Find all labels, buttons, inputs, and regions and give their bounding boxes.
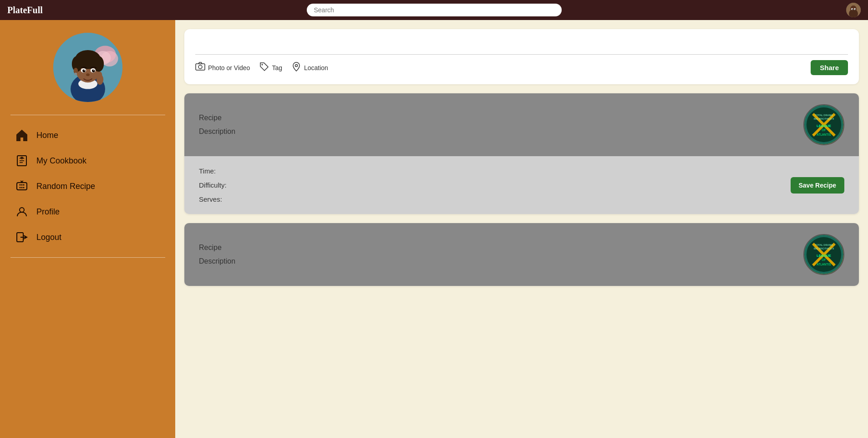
profile-illustration (53, 31, 122, 104)
svg-text:OF: OF (822, 258, 826, 261)
tag-action[interactable]: Tag (259, 61, 282, 74)
svg-text:LEAGUE: LEAGUE (817, 254, 831, 258)
sidebar-top-divider (10, 115, 165, 115)
tag-label: Tag (272, 64, 282, 71)
tag-icon (259, 61, 269, 74)
camera-icon (195, 61, 205, 74)
svg-point-5 (852, 9, 853, 10)
svg-point-30 (20, 157, 23, 159)
location-action[interactable]: Location (291, 61, 328, 74)
sidebar-cookbook-label: My Cookbook (36, 156, 86, 166)
recipe-card-2-description-label: Description (199, 257, 235, 265)
svg-point-25 (93, 70, 94, 71)
svg-point-28 (97, 72, 102, 79)
top-nav: PlateFull (0, 0, 868, 20)
recipe-card-2-top: Recipe Description LEAGUE OF ATLANTIS TO… (184, 223, 859, 286)
share-button[interactable]: Share (811, 60, 848, 75)
composer-text-input[interactable] (195, 38, 848, 46)
photo-video-action[interactable]: Photo or Video (195, 61, 250, 74)
svg-point-37 (23, 187, 25, 188)
sidebar-home-label: Home (36, 131, 58, 140)
recipe-card-2: Recipe Description LEAGUE OF ATLANTIS TO… (184, 223, 859, 286)
svg-text:BIG BROTHER 8: BIG BROTHER 8 (814, 247, 834, 250)
svg-text:LEAGUE: LEAGUE (817, 124, 831, 128)
avatar-icon (846, 3, 861, 17)
nav-avatar[interactable] (846, 3, 861, 17)
location-icon (291, 61, 301, 74)
composer-actions: Photo or Video Tag (195, 60, 848, 75)
svg-point-33 (21, 184, 23, 186)
svg-point-42 (262, 64, 263, 66)
svg-point-24 (84, 70, 85, 71)
save-recipe-button-1[interactable]: Save Recipe (791, 177, 845, 194)
recipe-card-1-time: Time: (199, 167, 227, 175)
recipe-badge-2: LEAGUE OF ATLANTIS TOTAL DRAMA BIG BROTH… (804, 234, 843, 275)
sidebar-item-logout[interactable]: Logout (11, 224, 164, 250)
svg-text:TOTAL DRAMA: TOTAL DRAMA (815, 244, 833, 246)
location-label: Location (304, 64, 328, 71)
svg-point-17 (76, 51, 100, 65)
svg-text:ATLANTIS: ATLANTIS (817, 263, 831, 266)
sidebar-random-label: Random Recipe (36, 182, 95, 191)
recipe-card-1-serves: Serves: (199, 195, 227, 203)
nav-avatar-image (846, 3, 861, 17)
recipe-card-1-recipe-label: Recipe (199, 114, 235, 122)
recipe-card-1-details: Time: Difficulty: Serves: (199, 167, 227, 203)
recipe-card-1-description-label: Description (199, 127, 235, 136)
logout-icon (15, 230, 29, 244)
recipe-card-1-top: Recipe Description LEAGUE OF ATLANTIS TO… (184, 93, 859, 156)
main-layout: Home My Cookbook (0, 20, 868, 438)
sidebar: Home My Cookbook (0, 20, 175, 438)
sidebar-item-home[interactable]: Home (11, 122, 164, 148)
sidebar-item-random[interactable]: Random Recipe (11, 173, 164, 199)
photo-video-label: Photo or Video (208, 64, 250, 71)
svg-text:BIG BROTHER 8: BIG BROTHER 8 (814, 117, 834, 120)
sidebar-profile-label: Profile (36, 207, 60, 217)
home-icon (15, 128, 29, 143)
svg-text:TOTAL DRAMA: TOTAL DRAMA (815, 114, 833, 117)
svg-rect-40 (196, 64, 205, 70)
recipe-badge-1: LEAGUE OF ATLANTIS TOTAL DRAMA BIG BROTH… (804, 104, 843, 145)
recipe-card-1-info: Recipe Description (199, 114, 235, 136)
post-composer: Photo or Video Tag (184, 29, 859, 84)
svg-point-19 (74, 72, 77, 75)
cookbook-icon (15, 153, 29, 168)
profile-icon (15, 204, 29, 219)
recipe-card-2-image: LEAGUE OF ATLANTIS TOTAL DRAMA BIG BROTH… (803, 234, 844, 275)
svg-rect-31 (17, 183, 27, 190)
sidebar-logout-label: Logout (36, 233, 61, 242)
svg-point-43 (295, 65, 297, 67)
sidebar-avatar (51, 31, 124, 104)
svg-text:ATLANTIS: ATLANTIS (817, 133, 831, 136)
sidebar-bottom-divider (10, 257, 165, 258)
svg-point-26 (86, 73, 90, 76)
svg-point-32 (20, 184, 21, 186)
svg-text:OF: OF (822, 128, 826, 132)
sidebar-navigation: Home My Cookbook (0, 119, 175, 254)
recipe-card-1-image: LEAGUE OF ATLANTIS TOTAL DRAMA BIG BROTH… (803, 104, 844, 145)
svg-point-6 (855, 9, 856, 10)
recipe-card-1-bottom: Time: Difficulty: Serves: Save Recipe (184, 156, 859, 214)
content-area: Photo or Video Tag (175, 20, 868, 438)
recipe-card-2-recipe-label: Recipe (199, 244, 235, 252)
search-bar[interactable] (307, 4, 562, 16)
random-icon (15, 179, 29, 194)
sidebar-item-profile[interactable]: Profile (11, 199, 164, 224)
svg-point-35 (20, 187, 21, 188)
search-input[interactable] (307, 4, 562, 16)
svg-point-36 (21, 187, 23, 188)
composer-input-area[interactable] (195, 38, 848, 55)
recipe-card-1-difficulty: Difficulty: (199, 181, 227, 189)
svg-point-41 (198, 65, 202, 69)
app-title: PlateFull (7, 5, 43, 15)
recipe-card-2-info: Recipe Description (199, 244, 235, 265)
sidebar-item-cookbook[interactable]: My Cookbook (11, 148, 164, 173)
svg-point-34 (23, 184, 25, 186)
svg-point-38 (20, 208, 24, 212)
recipe-card-1: Recipe Description LEAGUE OF ATLANTIS TO… (184, 93, 859, 214)
